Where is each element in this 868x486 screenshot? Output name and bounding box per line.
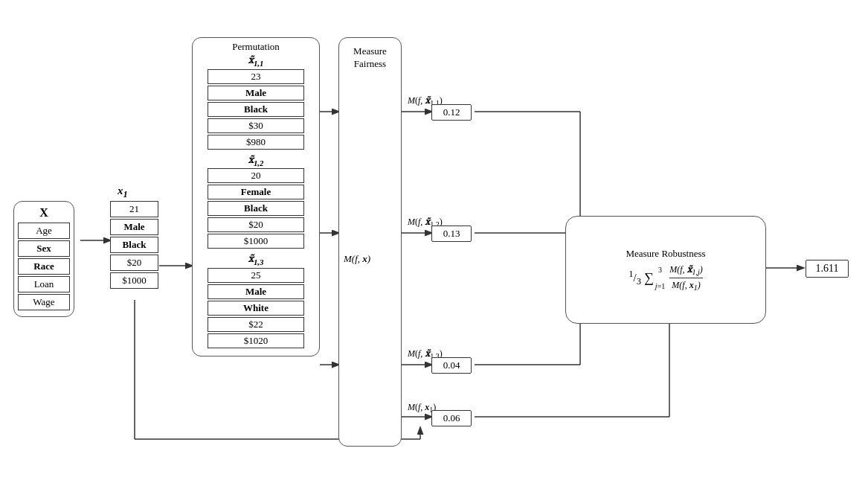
x1-wage: $1000	[110, 272, 158, 289]
x1-age: 21	[110, 201, 158, 217]
x11-age: 23	[208, 69, 304, 84]
x13-loan: $22	[208, 317, 304, 332]
mx1-value: 0.06	[431, 410, 472, 426]
x13-label: x̃1,3	[197, 253, 315, 266]
permutation-container: Permutation x̃1,1 23 Male Black $30 $980…	[192, 37, 320, 356]
m12-value: 0.13	[431, 226, 472, 242]
x13-sex: Male	[208, 284, 304, 299]
x1-race: Black	[110, 237, 158, 253]
x13-age: 25	[208, 268, 304, 283]
wage-feature: Wage	[18, 294, 70, 310]
result-value: 1.611	[806, 260, 849, 278]
x1-loan: $20	[110, 255, 158, 271]
x11-wage: $980	[208, 135, 304, 150]
loan-feature: Loan	[18, 276, 70, 292]
x11-loan: $30	[208, 118, 304, 133]
x1-sex: Male	[110, 219, 158, 235]
x12-race: Black	[208, 201, 304, 216]
robustness-label: Measure Robustness	[626, 248, 705, 260]
x13-wage: $1020	[208, 333, 304, 348]
m11-value: 0.12	[431, 104, 472, 121]
x12-wage: $1000	[208, 234, 304, 249]
measure-fairness-label: MeasureFairness	[353, 45, 387, 71]
x11-sex: Male	[208, 86, 304, 100]
sex-feature: Sex	[18, 240, 70, 257]
x11-race: Black	[208, 102, 304, 117]
x12-age: 20	[208, 168, 304, 183]
x11-label: x̃1,1	[197, 54, 315, 68]
robustness-container: Measure Robustness 1/3 ∑ 3 j=1 M(f, x̃1,…	[565, 216, 766, 324]
age-feature: Age	[18, 223, 70, 239]
x12-sex: Female	[208, 185, 304, 199]
measure-fairness-container: MeasureFairness	[338, 37, 402, 447]
m13-value: 0.04	[431, 357, 472, 374]
x12-loan: $20	[208, 217, 304, 232]
Mfx-label: M(f, x)	[344, 253, 370, 265]
x13-race: White	[208, 301, 304, 316]
x1-container: 21 Male Black $20 $1000	[110, 199, 158, 290]
robustness-formula: 1/3 ∑ 3 j=1 M(f, x̃1,j) M(f, x1)	[629, 264, 702, 292]
race-feature: Race	[18, 258, 70, 275]
X-title: X	[39, 206, 48, 219]
x1-label: x1	[118, 185, 128, 200]
x12-label: x̃1,2	[197, 154, 315, 167]
X-container: X Age Sex Race Loan Wage	[13, 201, 74, 317]
permutation-header: Permutation	[197, 41, 315, 53]
